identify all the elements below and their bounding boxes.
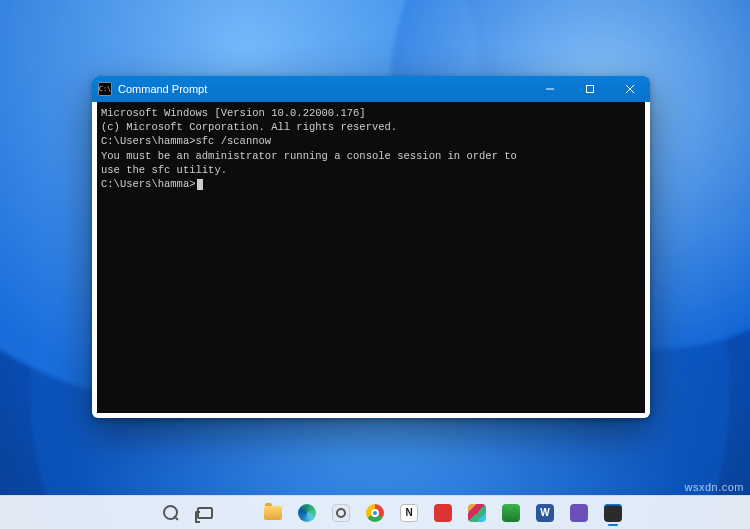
file-explorer[interactable] <box>258 498 288 528</box>
cmd-icon: C:\ <box>98 82 112 96</box>
whatsapp-icon <box>502 504 520 522</box>
app-purple[interactable] <box>564 498 594 528</box>
app-red-icon <box>434 504 452 522</box>
task-view-button[interactable] <box>190 498 220 528</box>
minimize-icon <box>545 84 555 94</box>
close-icon <box>625 84 635 94</box>
google-chrome[interactable] <box>360 498 390 528</box>
gear-icon <box>332 504 350 522</box>
terminal-line: use the sfc utility. <box>101 163 639 177</box>
word-icon: W <box>536 504 554 522</box>
terminal-line: Microsoft Windows [Version 10.0.22000.17… <box>101 106 639 120</box>
microsoft-edge[interactable] <box>292 498 322 528</box>
start-button[interactable] <box>122 498 152 528</box>
microsoft-word[interactable]: W <box>530 498 560 528</box>
terminal-icon <box>604 504 622 522</box>
svg-rect-1 <box>587 86 594 93</box>
chrome-icon <box>366 504 384 522</box>
command-prompt-taskbar[interactable] <box>598 498 628 528</box>
terminal-line: C:\Users\hamma>sfc /scannow <box>101 134 639 148</box>
taskbar: N W <box>0 495 750 529</box>
whatsapp[interactable] <box>496 498 526 528</box>
minimize-button[interactable] <box>530 76 570 102</box>
close-button[interactable] <box>610 76 650 102</box>
terminal-line: You must be an administrator running a c… <box>101 149 639 163</box>
slack-icon <box>468 504 486 522</box>
settings[interactable] <box>326 498 356 528</box>
windows-logo-icon <box>128 504 146 522</box>
search-icon <box>161 503 181 523</box>
terminal-line: (c) Microsoft Corporation. All rights re… <box>101 120 639 134</box>
watermark: wsxdn.com <box>684 481 744 493</box>
app-purple-icon <box>570 504 588 522</box>
app-red[interactable] <box>428 498 458 528</box>
command-prompt-window: C:\ Command Prompt Microsoft Windows [Ve… <box>92 76 650 418</box>
terminal-line: C:\Users\hamma> <box>101 177 639 191</box>
desktop: C:\ Command Prompt Microsoft Windows [Ve… <box>0 0 750 529</box>
edge-icon <box>298 504 316 522</box>
window-title: Command Prompt <box>118 83 207 95</box>
terminal-output[interactable]: Microsoft Windows [Version 10.0.22000.17… <box>97 102 645 413</box>
titlebar[interactable]: C:\ Command Prompt <box>92 76 650 102</box>
notion[interactable]: N <box>394 498 424 528</box>
slack[interactable] <box>462 498 492 528</box>
notion-icon: N <box>400 504 418 522</box>
folder-icon <box>264 506 282 520</box>
cursor <box>197 179 203 190</box>
maximize-icon <box>585 84 595 94</box>
maximize-button[interactable] <box>570 76 610 102</box>
task-view-icon <box>197 507 213 519</box>
widgets-button[interactable] <box>224 498 254 528</box>
search-button[interactable] <box>156 498 186 528</box>
widgets-icon <box>229 503 249 523</box>
